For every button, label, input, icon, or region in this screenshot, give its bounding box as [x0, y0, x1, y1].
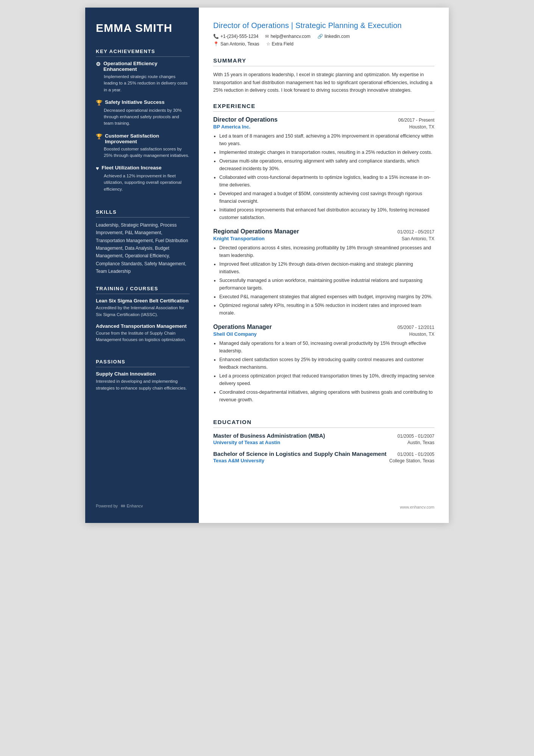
achievement-4-desc: Achieved a 12% improvement in fleet util…	[96, 173, 190, 193]
achievement-4: ♥ Fleet Utilization Increase Achieved a …	[96, 165, 190, 193]
logo-icon: ∞	[121, 502, 125, 509]
training-2-title: Advanced Transportation Management	[96, 323, 190, 329]
edu-2-date: 01/2001 - 01/2005	[398, 452, 434, 457]
achievement-1: ⚙ Operational Efficiency Enhancement Imp…	[96, 61, 190, 93]
edu-item-1: Master of Business Administration (MBA) …	[213, 432, 434, 445]
exp-2-bullets: Directed operations across 4 sites, incr…	[213, 244, 434, 317]
training-2: Advanced Transportation Management Cours…	[96, 323, 190, 343]
bullet: Directed operations across 4 sites, incr…	[219, 244, 434, 259]
exp-1-header: Director of Operations 06/2017 - Present	[213, 116, 434, 123]
skills-section: SKILLS Leadership, Strategic Planning, P…	[96, 209, 190, 275]
edu-1-date: 01/2005 - 01/2007	[398, 434, 434, 439]
exp-2-date: 01/2012 - 05/2017	[398, 229, 434, 235]
training-2-desc: Course from the Institute of Supply Chai…	[96, 330, 190, 343]
achievement-3-desc: Boosted customer satisfaction scores by …	[96, 146, 190, 159]
powered-by-label: Powered by	[96, 504, 118, 508]
bullet: Initiated process improvements that enha…	[219, 206, 434, 221]
job-title-text: Director of Operations | Strategic Plann…	[213, 21, 402, 30]
main-job-title: Director of Operations | Strategic Plann…	[213, 21, 434, 30]
location-icon: 📍	[213, 41, 219, 47]
bullet: Oversaw multi-site operations, ensuring …	[219, 157, 434, 172]
exp-item-1: Director of Operations 06/2017 - Present…	[213, 116, 434, 221]
training-1: Lean Six Sigma Green Belt Certification …	[96, 298, 190, 318]
skills-title: SKILLS	[96, 209, 190, 218]
achievement-3-icon: 🏆	[96, 133, 102, 139]
edu-item-2: Bachelor of Science in Logistics and Sup…	[213, 451, 434, 463]
achievements-list: ⚙ Operational Efficiency Enhancement Imp…	[96, 61, 190, 193]
achievement-2-icon: 🏆	[96, 100, 102, 106]
training-title: TRAINING / COURSES	[96, 286, 190, 294]
enhancv-logo: ∞ Enhancv	[121, 502, 143, 509]
edu-2-location: College Station, Texas	[389, 458, 434, 463]
achievement-2-desc: Decreased operational incidents by 30% t…	[96, 107, 190, 127]
achievement-4-title: Fleet Utilization Increase	[101, 165, 161, 171]
bullet: Enhanced client satisfaction scores by 2…	[219, 356, 434, 371]
bullet: Coordinated cross-departmental initiativ…	[219, 388, 434, 404]
edu-1-degree: Master of Business Administration (MBA)	[213, 432, 394, 439]
training-section: TRAINING / COURSES Lean Six Sigma Green …	[96, 286, 190, 348]
bullet: Optimized regional safety KPIs, resultin…	[219, 302, 434, 317]
exp-1-subheader: BP America Inc. Houston, TX	[213, 124, 434, 130]
exp-3-location: Houston, TX	[409, 332, 434, 337]
exp-3-header: Operations Manager 05/2007 - 12/2011	[213, 324, 434, 330]
exp-1-company: BP America Inc.	[213, 124, 250, 130]
location-text: San Antonio, Texas	[220, 41, 259, 47]
exp-3-date: 05/2007 - 12/2011	[398, 325, 434, 330]
phone-text: +1-(234)-555-1234	[220, 34, 258, 39]
bullet: Implemented strategic changes in transpo…	[219, 149, 434, 156]
achievement-3-title: Customer Satisfaction Improvement	[105, 133, 190, 144]
contact-row-1: 📞 +1-(234)-555-1234 ✉ help@enhancv.com 🔗…	[213, 34, 434, 39]
main-content: Director of Operations | Strategic Plann…	[199, 8, 449, 523]
passion-1: Supply Chain Innovation Interested in de…	[96, 371, 190, 391]
contact-location: 📍 San Antonio, Texas	[213, 41, 259, 47]
bullet: Executed P&L management strategies that …	[219, 293, 434, 301]
education-title: EDUCATION	[213, 419, 434, 428]
exp-1-date: 06/2017 - Present	[398, 117, 434, 123]
contact-phone: 📞 +1-(234)-555-1234	[213, 34, 258, 39]
passions-title: PASSIONS	[96, 359, 190, 367]
exp-1-title: Director of Operations	[213, 116, 278, 123]
summary-title: SUMMARY	[213, 57, 434, 66]
experience-title: EXPERIENCE	[213, 103, 434, 112]
passions-section: PASSIONS Supply Chain Innovation Interes…	[96, 359, 190, 397]
extra-icon: ☆	[266, 41, 270, 47]
exp-2-subheader: Knight Transportation San Antonio, TX	[213, 236, 434, 241]
footer-url: www.enhancv.com	[400, 505, 434, 509]
contact-row-2: 📍 San Antonio, Texas ☆ Extra Field	[213, 41, 434, 47]
contact-email: ✉ help@enhancv.com	[265, 34, 310, 39]
edu-2-subheader: Texas A&M University College Station, Te…	[213, 458, 434, 463]
achievement-1-desc: Implemented strategic route changes lead…	[96, 74, 190, 93]
passion-1-desc: Interested in developing and implementin…	[96, 378, 190, 391]
edu-1-subheader: University of Texas at Austin Austin, Te…	[213, 440, 434, 445]
sidebar: EMMA SMITH KEY ACHIEVEMENTS ⚙ Operationa…	[85, 8, 199, 523]
bullet: Improved fleet utilization by 12% throug…	[219, 260, 434, 275]
achievement-4-icon: ♥	[96, 165, 99, 171]
candidate-name: EMMA SMITH	[96, 21, 190, 35]
bullet: Managed daily operations for a team of 5…	[219, 340, 434, 355]
contact-linkedin: 🔗 linkedin.com	[317, 34, 350, 39]
exp-3-title: Operations Manager	[213, 324, 272, 330]
edu-2-degree: Bachelor of Science in Logistics and Sup…	[213, 451, 394, 457]
phone-icon: 📞	[213, 34, 219, 39]
edu-1-header: Master of Business Administration (MBA) …	[213, 432, 434, 439]
extra-text: Extra Field	[272, 41, 294, 47]
exp-3-subheader: Shell Oil Company Houston, TX	[213, 331, 434, 337]
achievement-1-title: Operational Efficiency Enhancement	[103, 61, 190, 72]
main-footer: www.enhancv.com	[213, 499, 434, 509]
edu-1-school: University of Texas at Austin	[213, 440, 280, 445]
email-text: help@enhancv.com	[270, 34, 310, 39]
summary-section: SUMMARY With 15 years in operations lead…	[213, 57, 434, 94]
exp-2-header: Regional Operations Manager 01/2012 - 05…	[213, 228, 434, 235]
skills-text: Leadership, Strategic Planning, Process …	[96, 221, 190, 275]
training-1-desc: Accredited by the International Associat…	[96, 305, 190, 318]
linkedin-text: linkedin.com	[325, 34, 350, 39]
bullet: Developed and managed a budget of $50M, …	[219, 190, 434, 205]
bullet: Successfully managed a union workforce, …	[219, 277, 434, 292]
resume-container: EMMA SMITH KEY ACHIEVEMENTS ⚙ Operationa…	[85, 8, 449, 523]
exp-2-title: Regional Operations Manager	[213, 228, 299, 235]
exp-2-location: San Antonio, TX	[401, 236, 434, 241]
achievements-section: KEY ACHIEVEMENTS ⚙ Operational Efficienc…	[96, 49, 190, 199]
exp-1-location: Houston, TX	[409, 124, 434, 130]
exp-3-company: Shell Oil Company	[213, 331, 257, 337]
passion-1-title: Supply Chain Innovation	[96, 371, 190, 377]
